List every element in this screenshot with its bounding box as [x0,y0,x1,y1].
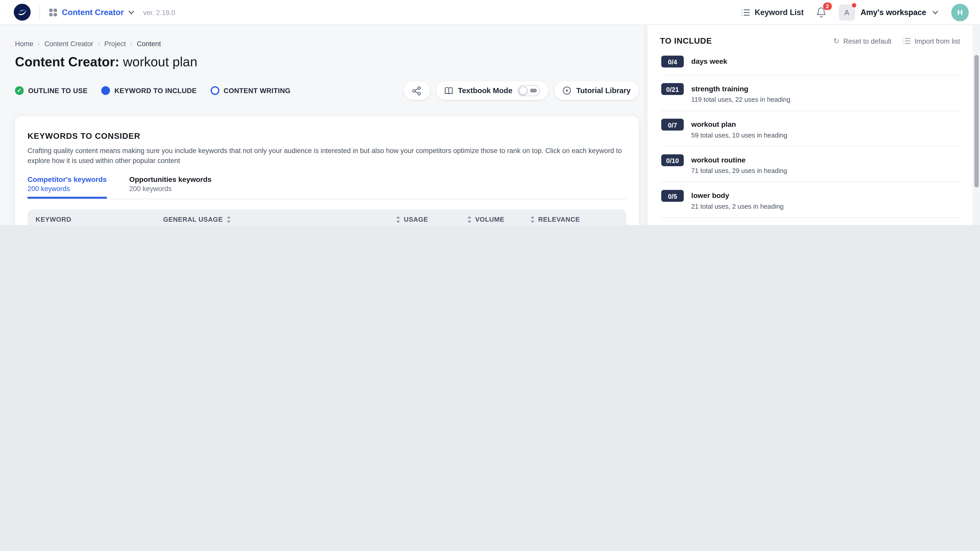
import-from-list-button[interactable]: Import from list [903,37,960,44]
header-label: USAGE [404,216,428,223]
to-include-item[interactable]: 0/80 sets reps [660,218,960,225]
header-label: VOLUME [475,216,504,223]
to-include-item[interactable]: 0/21 strength training 119 total uses, 2… [660,76,960,111]
divider [39,5,40,19]
step-done-check-icon: ✓ [15,86,24,95]
header-volume[interactable]: VOLUME [437,216,518,223]
usage-count-badge: 0/10 [661,154,684,166]
usage-count-badge: 0/4 [661,56,684,68]
toggle-off-indicator [530,89,537,93]
scrollbar-thumb[interactable] [974,55,978,187]
page-title-name: workout plan [123,54,197,68]
app-name: Content Creator [62,7,124,17]
usage-count-badge: 0/5 [661,190,684,202]
include-usage-stats: 59 total uses, 10 uses in heading [691,131,788,138]
breadcrumb-separator: › [98,40,100,48]
panel-title: TO INCLUDE [660,36,712,46]
share-button[interactable] [404,81,430,100]
usage-count-badge: 0/7 [661,119,684,130]
brand-logo-icon[interactable] [14,4,30,21]
step-content-writing[interactable]: CONTENT WRITING [210,86,290,95]
include-keyword: workout plan [691,119,788,128]
include-keyword: strength training [691,83,791,93]
keyword-tabs: Competitor's keywords 200 keywords Oppor… [27,176,626,199]
textbook-mode-control[interactable]: Textbook Mode [436,81,548,100]
header-usage[interactable]: USAGE [362,216,437,223]
sort-icon[interactable] [467,216,472,223]
header-label: KEYWORD [36,216,72,223]
step-label: CONTENT WRITING [224,87,291,94]
usage-count-badge: 0/21 [661,83,684,95]
book-icon [444,86,453,95]
chevron-down-icon [932,9,939,15]
keywords-to-consider-card: KEYWORDS TO CONSIDER Crafting quality co… [15,116,639,225]
tutorial-library-label: Tutorial Library [576,86,631,95]
step-label: KEYWORD TO INCLUDE [115,87,197,94]
to-include-panel: TO INCLUDE ↻ Reset to default Import fro… [648,25,972,225]
apps-grid-icon [49,8,57,17]
page-title-prefix: Content Creator: [15,54,119,68]
list-icon [741,8,750,16]
page-scrollbar[interactable] [973,25,980,225]
main-content: Home › Content Creator › Project › Conte… [0,25,648,225]
step-keyword-to-include[interactable]: KEYWORD TO INCLUDE [101,86,197,95]
include-usage-stats: 71 total uses, 29 uses in heading [691,167,788,174]
to-include-item[interactable]: 0/7 workout plan 59 total uses, 10 uses … [660,111,960,147]
sort-icon[interactable] [396,216,401,223]
include-keyword: days week [691,56,727,65]
app-switcher[interactable]: Content Creator [49,7,134,17]
notification-badge: 2 [823,3,832,10]
breadcrumb-current: Content [137,40,161,48]
breadcrumb: Home › Content Creator › Project › Conte… [15,40,648,48]
breadcrumb-separator: › [38,40,40,48]
include-usage-stats: 21 total uses, 2 uses in heading [691,202,784,210]
tab-sublabel: 200 keywords [27,185,107,192]
breadcrumb-content-creator[interactable]: Content Creator [45,40,94,48]
workflow-steps: ✓ OUTLINE TO USE KEYWORD TO INCLUDE CONT… [15,81,639,100]
app-window: Content Creator ver. 2.18.0 Keyword List… [0,0,980,225]
breadcrumb-project[interactable]: Project [104,40,126,48]
tab-sublabel: 200 keywords [129,185,211,192]
page-title: Content Creator: workout plan [15,54,648,69]
play-tutorial-icon [563,86,571,95]
breadcrumb-separator: › [130,40,132,48]
tab-opportunities-keywords[interactable]: Opportunities keywords 200 keywords [129,176,211,199]
to-include-item[interactable]: 0/4 days week [660,48,960,76]
include-keyword: workout routine [691,154,788,164]
notifications-button[interactable]: 2 [816,7,826,17]
workspace-avatar-letter: A [844,8,850,17]
keyword-list-button[interactable]: Keyword List [741,8,803,17]
header-keyword: KEYWORD [28,216,163,223]
workspace-switcher[interactable]: A Amy's workspace [838,4,939,21]
import-list-icon [903,38,911,44]
chevron-down-icon [128,9,134,15]
tutorial-library-button[interactable]: Tutorial Library [554,81,639,100]
app-version: ver. 2.18.0 [143,8,175,16]
include-keyword: lower body [691,190,784,199]
workspace-avatar: A [838,4,855,21]
table-header-row: KEYWORD GENERAL USAGE USAGE [28,210,625,225]
reset-to-default-label: Reset to default [843,37,891,44]
header-relevance[interactable]: RELEVANCE [518,216,592,223]
step-outline-to-use[interactable]: ✓ OUTLINE TO USE [15,86,88,95]
header-label: RELEVANCE [538,216,580,223]
header-label: GENERAL USAGE [163,216,223,223]
step-active-dot-icon [101,86,110,95]
tab-competitors-keywords[interactable]: Competitor's keywords 200 keywords [27,176,107,199]
user-avatar[interactable]: H [951,3,969,21]
header-general-usage[interactable]: GENERAL USAGE [163,216,362,223]
keywords-table: KEYWORD GENERAL USAGE USAGE [27,209,626,225]
card-description: Crafting quality content means making su… [27,146,626,166]
to-include-item[interactable]: 0/10 workout routine 71 total uses, 29 u… [660,147,960,183]
workspace-name: Amy's workspace [861,8,926,17]
sort-icon[interactable] [530,216,535,223]
reset-to-default-button[interactable]: ↻ Reset to default [833,37,891,44]
keyword-list-label: Keyword List [755,8,803,17]
textbook-mode-toggle[interactable] [517,85,540,96]
to-include-item[interactable]: 0/5 lower body 21 total uses, 2 uses in … [660,183,960,218]
sort-icon[interactable] [226,216,231,223]
card-title: KEYWORDS TO CONSIDER [27,131,626,141]
import-from-list-label: Import from list [915,37,960,44]
tab-label: Opportunities keywords [129,176,211,183]
breadcrumb-home[interactable]: Home [15,40,33,48]
